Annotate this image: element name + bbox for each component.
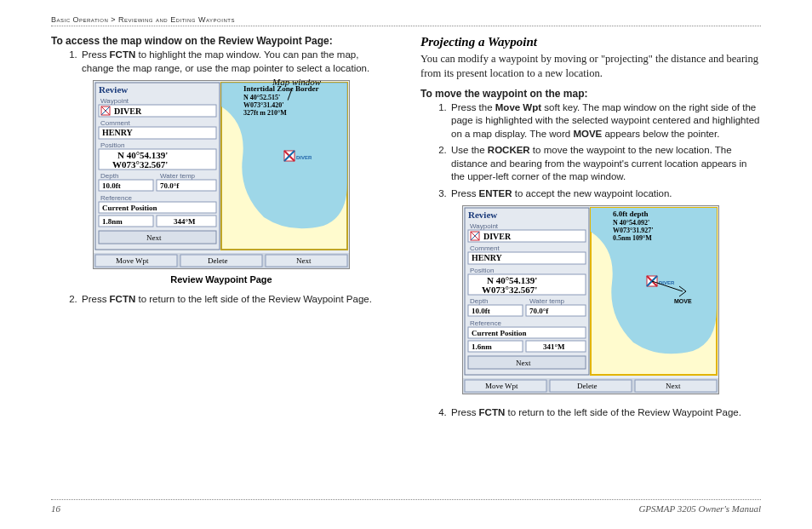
- svg-text:Reference: Reference: [470, 319, 501, 327]
- move-waypoint-screenshot: Review Waypoint DIVER Comment HENRY Posi…: [462, 205, 719, 394]
- svg-text:Move Wpt: Move Wpt: [116, 256, 149, 265]
- svg-text:Next: Next: [666, 382, 681, 390]
- svg-text:Waypoint: Waypoint: [100, 97, 129, 105]
- svg-text:Depth: Depth: [100, 172, 118, 180]
- svg-text:W073°32.567': W073°32.567': [482, 285, 537, 295]
- svg-text:HENRY: HENRY: [472, 253, 503, 262]
- right-step-1: Press the Move Wpt soft key. The map win…: [449, 101, 761, 141]
- svg-text:0.5nm  109°M: 0.5nm 109°M: [613, 234, 652, 242]
- svg-text:W073°32.567': W073°32.567': [112, 159, 168, 170]
- svg-text:Next: Next: [296, 256, 312, 265]
- svg-text:Position: Position: [100, 141, 124, 149]
- right-heading: Projecting a Waypoint: [420, 35, 761, 49]
- svg-text:Waypoint: Waypoint: [470, 222, 499, 230]
- left-caption: Review Waypoint Page: [51, 274, 392, 285]
- svg-text:70.0°f: 70.0°f: [160, 181, 180, 190]
- svg-text:Current Position: Current Position: [472, 329, 527, 337]
- svg-text:DIVER: DIVER: [114, 106, 142, 116]
- right-step-3: Press ENTER to accept the new waypoint l…: [449, 187, 761, 201]
- svg-text:10.0ft: 10.0ft: [102, 181, 121, 190]
- svg-text:Next: Next: [146, 233, 162, 242]
- manual-title: GPSMAP 3205 Owner's Manual: [638, 503, 761, 514]
- left-step-2: Press FCTN to return to the left side of…: [80, 293, 392, 307]
- right-step-2: Use the ROCKER to move the waypoint to t…: [449, 144, 761, 184]
- svg-text:Delete: Delete: [208, 256, 227, 265]
- svg-text:Review: Review: [468, 210, 497, 220]
- right-title: To move the waypoint on the map:: [420, 88, 761, 100]
- right-body: You can modify a waypoint by moving or "…: [420, 52, 761, 81]
- svg-text:MOVE: MOVE: [674, 298, 692, 304]
- svg-text:HENRY: HENRY: [102, 128, 134, 137]
- right-screenshot-wrap: Review Waypoint DIVER Comment HENRY Posi…: [420, 205, 761, 398]
- svg-text:1.8nm: 1.8nm: [102, 217, 123, 226]
- right-step-4: Press FCTN to return to the left side of…: [449, 406, 761, 420]
- svg-text:Position: Position: [470, 267, 494, 274]
- svg-text:Comment: Comment: [470, 244, 500, 252]
- svg-text:6.0ft  depth: 6.0ft depth: [613, 210, 649, 218]
- svg-text:Depth: Depth: [470, 297, 488, 305]
- svg-text:Current Position: Current Position: [102, 204, 157, 212]
- svg-text:DIVER: DIVER: [296, 155, 312, 160]
- page-footer: 16 GPSMAP 3205 Owner's Manual: [51, 499, 761, 514]
- svg-text:70.0°f: 70.0°f: [529, 307, 549, 315]
- svg-text:1.6nm: 1.6nm: [472, 342, 492, 351]
- svg-text:Move Wpt: Move Wpt: [485, 382, 518, 390]
- svg-text:327ft  m 210°M: 327ft m 210°M: [243, 109, 287, 117]
- svg-text:Delete: Delete: [577, 382, 597, 390]
- svg-text:10.0ft: 10.0ft: [472, 307, 490, 315]
- breadcrumb-section: Basic Operation: [51, 15, 108, 24]
- left-screenshot-wrap: Map window Review Waypoint DIVER Comment…: [51, 80, 392, 285]
- svg-text:Next: Next: [516, 359, 531, 367]
- breadcrumb: Basic Operation > Reviewing and Editing …: [51, 15, 761, 26]
- svg-text:344°M: 344°M: [174, 217, 196, 226]
- svg-text:N  40°54.092': N 40°54.092': [613, 219, 649, 227]
- svg-text:W073°31.420': W073°31.420': [243, 101, 283, 109]
- svg-text:W073°31.927': W073°31.927': [613, 227, 653, 234]
- svg-text:N  40°52.515': N 40°52.515': [243, 94, 280, 101]
- breadcrumb-sub: Reviewing and Editing Waypoints: [118, 15, 235, 24]
- left-title: To access the map window on the Review W…: [51, 35, 392, 47]
- svg-text:DIVER: DIVER: [483, 232, 512, 241]
- svg-text:Comment: Comment: [100, 119, 130, 127]
- page-number: 16: [51, 503, 60, 514]
- svg-text:Water temp: Water temp: [160, 172, 196, 180]
- svg-text:Review: Review: [99, 84, 128, 95]
- svg-text:341°M: 341°M: [543, 342, 565, 351]
- left-step-1: Press FCTN to highlight the map window. …: [80, 49, 392, 75]
- map-window-label: Map window: [272, 77, 321, 87]
- svg-text:Reference: Reference: [100, 194, 132, 202]
- review-waypoint-screenshot: Review Waypoint DIVER Comment HENRY Posi…: [93, 80, 350, 269]
- svg-text:Water temp: Water temp: [529, 297, 565, 305]
